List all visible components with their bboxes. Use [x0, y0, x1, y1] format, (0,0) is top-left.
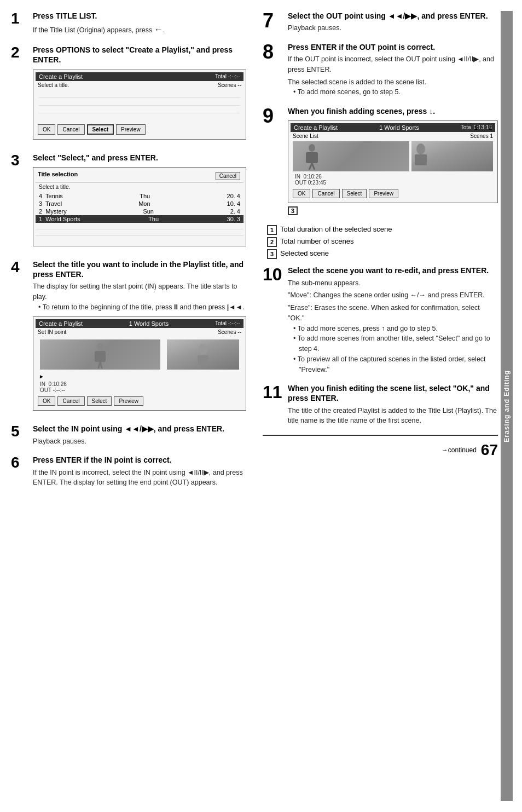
svg-rect-5: [198, 355, 208, 365]
step-1-title: Press TITLE LIST.: [33, 11, 246, 21]
step-2-ui-header: Create a Playlist Total -:--:--: [36, 72, 243, 81]
svg-point-6: [309, 144, 315, 152]
title-row-tennis: 4 Tennis Thu 20. 4: [36, 192, 243, 200]
step-3-title: Select "Select," and press ENTER.: [33, 153, 246, 163]
svg-rect-11: [415, 154, 427, 165]
step-9-in-out: IN 0:10:26 OUT 0:23:45: [291, 172, 495, 187]
svg-point-0: [97, 343, 103, 350]
label-row-1: 1 Total duration of the selected scene: [267, 225, 498, 235]
label-1: 1: [267, 225, 277, 235]
step-6: 6 Press ENTER if the IN point is correct…: [11, 455, 246, 488]
step-9-ui-buttons: OK Cancel Select Preview: [291, 187, 495, 200]
step-4-cancel-button[interactable]: Cancel: [57, 396, 84, 406]
svg-rect-1: [95, 351, 106, 362]
step-7-body: Playback pauses.: [288, 23, 498, 33]
step-4-bullet1: To return to the beginning of the title,…: [38, 302, 246, 313]
step-1-body: If the Title List (Original) appears, pr…: [33, 23, 246, 36]
step-9-ok-button[interactable]: OK: [293, 189, 310, 198]
step-8-title: Press ENTER if the OUT point is correct.: [288, 42, 498, 52]
step-7: 7 Select the OUT point using ◄◄/▶▶, and …: [263, 11, 498, 33]
step-8: 8 Press ENTER if the OUT point is correc…: [263, 42, 498, 97]
step-9-ui: 1 2 Create a Playlist 1 World Sports Tot…: [288, 120, 498, 203]
step-7-content: Select the OUT point using ◄◄/▶▶, and pr…: [288, 11, 498, 33]
step-5: 5 Select the IN point using ◄◄/▶▶, and p…: [11, 424, 246, 446]
step-9-number: 9: [263, 106, 287, 126]
step-2-title: Press OPTIONS to select "Create a Playli…: [33, 45, 246, 65]
label-3-badge: 3: [288, 206, 298, 215]
step-2-cancel-button[interactable]: Cancel: [57, 124, 84, 135]
step-11-body: The title of the created Playlist is add…: [288, 406, 498, 427]
step-2: 2 Press OPTIONS to select "Create a Play…: [11, 45, 246, 143]
step-4-in-out: IN 0:10:26 OUT -:--:--: [36, 380, 243, 394]
label-2-badge: 2: [485, 123, 495, 132]
step-5-number: 5: [11, 424, 28, 439]
step-2-ok-button[interactable]: OK: [38, 124, 55, 135]
svg-point-10: [416, 143, 425, 154]
step-10-content: Select the scene you want to re-edit, an…: [288, 266, 498, 375]
step-10-title: Select the scene you want to re-edit, an…: [288, 266, 498, 275]
step-4-image-right: [167, 339, 239, 370]
step-8-body: If the OUT point is incorrect, select th…: [288, 54, 498, 97]
step-5-body: Playback pauses.: [33, 436, 246, 447]
svg-rect-7: [306, 152, 318, 163]
footer-divider: [263, 435, 498, 436]
step-4-select-button[interactable]: Select: [87, 396, 112, 406]
step-3-title-list: 4 Tennis Thu 20. 4 3 Travel Mon 10. 4 2 …: [36, 191, 243, 244]
step-4-preview-button[interactable]: Preview: [114, 396, 143, 406]
label-row-3: 3 Selected scene: [267, 249, 498, 259]
step-1-number: 1: [11, 11, 28, 26]
step-1: 1 Press TITLE LIST. If the Title List (O…: [11, 11, 246, 36]
step-2-preview-button[interactable]: Preview: [116, 124, 146, 135]
step-4-number: 4: [11, 260, 28, 275]
step-4-ui-buttons: OK Cancel Select Preview: [36, 394, 243, 408]
step-4-ui: Create a Playlist 1 World Sports Total -…: [33, 316, 246, 411]
step-4-body: The display for setting the start point …: [33, 281, 246, 312]
step-9-preview-button[interactable]: Preview: [369, 189, 398, 198]
step-3-content: Select "Select," and press ENTER. Title …: [33, 153, 246, 251]
step-3-cancel-button[interactable]: Cancel: [216, 172, 240, 180]
step-8-content: Press ENTER if the OUT point is correct.…: [288, 42, 498, 97]
step-6-number: 6: [11, 455, 28, 470]
svg-line-9: [312, 163, 315, 170]
step-2-number: 2: [11, 45, 28, 60]
step-11-number: 11: [263, 383, 285, 401]
step-9-select-button[interactable]: Select: [342, 189, 367, 198]
step-4-title: Select the title you want to include in …: [33, 260, 246, 279]
continued-text: →continued: [442, 446, 477, 454]
step-2-content: Press OPTIONS to select "Create a Playli…: [33, 45, 246, 143]
step-2-select-button[interactable]: Select: [87, 124, 114, 135]
step-1-arrow: ←: [154, 25, 163, 34]
svg-point-4: [199, 344, 207, 355]
step-7-number: 7: [263, 11, 287, 31]
step-9-cancel-button[interactable]: Cancel: [312, 189, 339, 198]
page-number: 67: [481, 441, 498, 459]
label-1-badge: 1: [471, 123, 481, 132]
title-row-travel: 3 Travel Mon 10. 4: [36, 200, 243, 208]
title-row-worldsports: 1 World Sports Thu 30. 3: [36, 215, 243, 223]
step-9-content: When you finish adding scenes, press ↓. …: [288, 106, 498, 216]
step-4: 4 Select the title you want to include i…: [11, 260, 246, 416]
step-11: 11 When you finish editing the scene lis…: [263, 383, 498, 426]
step-9-image-secondary: [411, 141, 493, 171]
label-3: 3: [267, 249, 277, 259]
step-9-title: When you finish adding scenes, press ↓.: [288, 106, 498, 116]
step-3: 3 Select "Select," and press ENTER. Titl…: [11, 153, 246, 251]
step-6-content: Press ENTER if the IN point is correct. …: [33, 455, 246, 488]
step-10-number: 10: [263, 266, 285, 283]
step-10-bullet2: To add more scenes from another title, s…: [293, 333, 498, 354]
step-10-body: The sub-menu appears. "Move": Changes th…: [288, 278, 498, 375]
step-11-title: When you finish editing the scene list, …: [288, 383, 498, 403]
step-9-image-main: [293, 141, 409, 171]
step-4-ok-button[interactable]: OK: [38, 396, 55, 406]
step-6-body: If the IN point is incorrect, select the…: [33, 468, 246, 488]
scene-labels: 1 Total duration of the selected scene 2…: [267, 225, 498, 259]
step-6-title: Press ENTER if the IN point is correct.: [33, 455, 246, 465]
sidebar-label: Erasing and Editing: [503, 370, 511, 442]
svg-line-3: [100, 362, 102, 368]
step-4-content: Select the title you want to include in …: [33, 260, 246, 416]
step-1-content: Press TITLE LIST. If the Title List (Ori…: [33, 11, 246, 36]
step-4-ui-header: Create a Playlist 1 World Sports Total -…: [36, 319, 243, 328]
step-2-ui-buttons: OK Cancel Select Preview: [36, 122, 243, 137]
step-4-image-left: [40, 339, 160, 370]
step-3-number: 3: [11, 153, 28, 168]
